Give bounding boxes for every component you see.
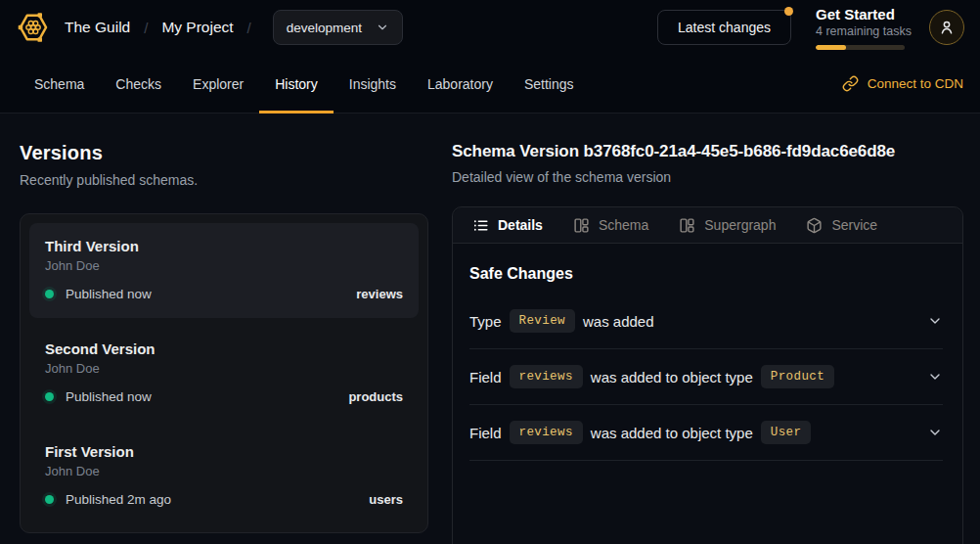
published-label: Published 2m ago xyxy=(66,492,171,507)
change-text: was added to object type xyxy=(591,425,753,441)
version-list-item[interactable]: Third Version John Doe Published now rev… xyxy=(29,223,419,318)
breadcrumb-separator: / xyxy=(247,20,251,36)
tab-schema-view-label: Schema xyxy=(599,217,648,233)
version-service: users xyxy=(369,492,403,507)
breadcrumb-project[interactable]: My Project xyxy=(161,19,233,36)
breadcrumb: The Guild / My Project / development xyxy=(16,10,403,45)
tab-explorer[interactable]: Explorer xyxy=(177,55,259,113)
published-label: Published now xyxy=(66,389,152,404)
package-icon xyxy=(806,217,823,234)
version-list-item[interactable]: Second Version John Doe Published now pr… xyxy=(29,326,419,421)
tab-laboratory[interactable]: Laboratory xyxy=(412,55,509,113)
notification-dot xyxy=(784,7,793,16)
code-badge: reviews xyxy=(510,421,583,444)
hive-logo-icon[interactable] xyxy=(16,10,51,45)
chevron-down-icon[interactable] xyxy=(927,425,943,440)
version-status: Published now xyxy=(45,287,152,301)
change-row[interactable]: Field reviews was added to object type U… xyxy=(469,405,943,461)
change-description: Type Review was added xyxy=(469,309,654,333)
main-content: Versions Recently published schemas. Thi… xyxy=(0,113,980,544)
change-row[interactable]: Field reviews was added to object type P… xyxy=(469,349,943,405)
main-nav: Schema Checks Explorer History Insights … xyxy=(0,55,980,113)
version-author: John Doe xyxy=(45,464,403,478)
tab-insights[interactable]: Insights xyxy=(334,55,412,113)
tab-schema-view[interactable]: Schema xyxy=(573,217,648,234)
breadcrumb-separator: / xyxy=(144,20,148,36)
change-text: was added to object type xyxy=(591,369,753,385)
version-service: products xyxy=(348,389,403,404)
user-icon xyxy=(937,18,957,37)
connect-to-cdn-label: Connect to CDN xyxy=(868,76,963,91)
schema-version-card: Details Schema Sup xyxy=(452,206,963,544)
versions-card: Third Version John Doe Published now rev… xyxy=(20,213,428,533)
link-icon xyxy=(842,75,859,92)
get-started-subtitle: 4 remaining tasks xyxy=(816,24,905,38)
version-status: Published now xyxy=(45,389,152,404)
versions-subtitle: Recently published schemas. xyxy=(20,172,428,188)
code-badge: reviews xyxy=(510,365,583,388)
top-bar-actions: Latest changes Get Started 4 remaining t… xyxy=(657,6,964,50)
detail-tabbar: Details Schema Sup xyxy=(453,207,962,244)
change-text: was added xyxy=(583,313,654,330)
published-label: Published now xyxy=(66,287,152,301)
tab-checks[interactable]: Checks xyxy=(100,55,177,113)
tab-schema[interactable]: Schema xyxy=(19,55,100,113)
version-name: Second Version xyxy=(45,340,403,357)
tab-details-label: Details xyxy=(498,217,543,233)
top-bar: The Guild / My Project / development Lat… xyxy=(0,0,980,55)
version-name: First Version xyxy=(45,443,403,460)
tab-supergraph[interactable]: Supergraph xyxy=(679,217,776,234)
nav-tabs: Schema Checks Explorer History Insights … xyxy=(19,55,590,113)
published-dot-icon xyxy=(45,392,54,401)
change-description: Field reviews was added to object type P… xyxy=(469,365,842,388)
published-dot-icon xyxy=(45,290,54,298)
version-author: John Doe xyxy=(45,258,403,273)
breadcrumb-org[interactable]: The Guild xyxy=(65,19,130,36)
latest-changes-label: Latest changes xyxy=(678,20,771,35)
safe-changes-title: Safe Changes xyxy=(469,265,943,283)
get-started-widget[interactable]: Get Started 4 remaining tasks xyxy=(816,6,905,50)
panels-icon xyxy=(573,217,590,234)
tab-details[interactable]: Details xyxy=(472,217,543,234)
code-badge: User xyxy=(761,421,812,444)
get-started-progress-bar xyxy=(816,45,905,50)
chevron-down-icon[interactable] xyxy=(927,313,943,329)
published-dot-icon xyxy=(45,495,54,504)
get-started-progress-fill xyxy=(816,45,846,50)
version-service: reviews xyxy=(356,287,403,301)
detail-body: Safe Changes Type Review was added xyxy=(453,244,962,461)
user-avatar[interactable] xyxy=(929,10,964,45)
code-badge: Product xyxy=(761,365,834,388)
version-status: Published 2m ago xyxy=(45,492,171,507)
environment-select-value: development xyxy=(287,21,362,35)
tab-service-label: Service xyxy=(831,217,877,233)
chevron-down-icon[interactable] xyxy=(927,369,943,385)
chevron-down-icon xyxy=(376,21,389,34)
changes-list: Type Review was added Field reviews was xyxy=(469,294,943,461)
top-zone: The Guild / My Project / development Lat… xyxy=(0,0,980,113)
get-started-title: Get Started xyxy=(816,6,905,23)
schema-version-title: Schema Version b3768fc0-21a4-45e5-b686-f… xyxy=(452,142,963,161)
latest-changes-button[interactable]: Latest changes xyxy=(657,10,791,45)
panels-icon xyxy=(679,217,695,234)
versions-panel: Versions Recently published schemas. Thi… xyxy=(0,113,448,544)
tab-history[interactable]: History xyxy=(259,55,334,113)
change-row[interactable]: Type Review was added xyxy=(469,294,943,349)
environment-select[interactable]: development xyxy=(273,10,403,45)
change-description: Field reviews was added to object type U… xyxy=(469,421,819,444)
connect-to-cdn-link[interactable]: Connect to CDN xyxy=(842,55,963,113)
tab-settings[interactable]: Settings xyxy=(509,55,590,113)
code-badge: Review xyxy=(510,309,575,333)
tab-service[interactable]: Service xyxy=(806,217,877,234)
schema-version-panel: Schema Version b3768fc0-21a4-45e5-b686-f… xyxy=(448,113,980,544)
tab-supergraph-label: Supergraph xyxy=(704,217,776,233)
versions-title: Versions xyxy=(20,142,428,164)
change-text: Field xyxy=(469,425,502,441)
change-text: Field xyxy=(469,369,502,385)
version-author: John Doe xyxy=(45,361,403,376)
version-list-item[interactable]: First Version John Doe Published 2m ago … xyxy=(29,429,419,523)
version-name: Third Version xyxy=(45,238,403,254)
schema-version-subtitle: Detailed view of the schema version xyxy=(452,169,963,185)
list-icon xyxy=(472,217,489,234)
change-text: Type xyxy=(469,313,502,330)
